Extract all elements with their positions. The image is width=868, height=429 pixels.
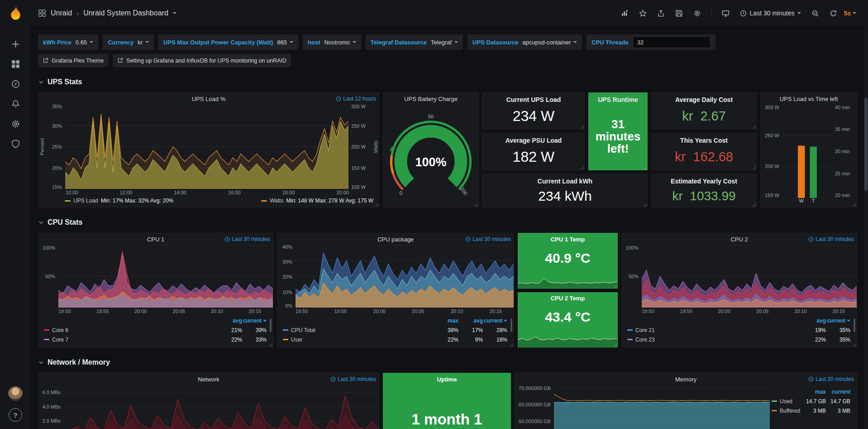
ups-load-vs-time-chart[interactable]: [782, 105, 832, 198]
legend-scrollbar[interactable]: [270, 318, 272, 332]
panel-time-range-link[interactable]: Last 30 minutes: [330, 376, 376, 382]
series-name[interactable]: Used: [780, 398, 792, 405]
breadcrumb-caret-icon[interactable]: [173, 12, 176, 16]
legend-value: 3 MB: [801, 408, 826, 414]
legend-scrollbar[interactable]: [854, 318, 855, 332]
legend-col-current[interactable]: current: [826, 389, 850, 395]
legend-col-current[interactable]: current: [242, 318, 267, 324]
y-tick: 100 W: [351, 184, 366, 190]
panel-title[interactable]: Network: [198, 376, 219, 383]
cpu2-chart[interactable]: [642, 245, 857, 308]
time-range-label: Last 30 minutes: [750, 10, 795, 17]
legend-col-max[interactable]: max: [801, 389, 826, 395]
stat-title[interactable]: UPS Runtime: [589, 93, 647, 103]
panel-title[interactable]: UPS Battery Charge: [404, 96, 458, 102]
section-network-memory[interactable]: Network / Memory: [38, 357, 857, 367]
section-ups-stats[interactable]: UPS Stats: [38, 77, 857, 87]
legend-scrollbar[interactable]: [510, 318, 512, 332]
stat-title[interactable]: This Years Cost: [652, 134, 756, 144]
x-tick: 19:50: [58, 308, 71, 314]
dashboard-settings-gear-icon[interactable]: [690, 6, 705, 20]
cycle-view-monitor-icon[interactable]: [718, 6, 734, 20]
explore-compass-icon[interactable]: [5, 74, 26, 94]
panel-time-range-link[interactable]: Last 30 minutes: [808, 376, 854, 382]
cpu-threads-input[interactable]: 32: [633, 36, 711, 48]
legend-col-avg[interactable]: avg: [801, 318, 826, 324]
user-avatar[interactable]: [8, 386, 23, 401]
stat-title[interactable]: Current Load kWh: [483, 174, 647, 185]
stat-title[interactable]: Estimated Yearly Cost: [652, 174, 756, 185]
share-icon[interactable]: [653, 6, 669, 20]
alerting-bell-icon[interactable]: [5, 94, 26, 114]
link-grafana-plex-theme[interactable]: Grafana Plex Theme: [38, 54, 108, 67]
breadcrumb-folder[interactable]: Unraid: [51, 9, 72, 17]
legend-col-current[interactable]: current: [826, 318, 850, 324]
panel-title[interactable]: Memory: [675, 376, 696, 383]
series-name[interactable]: Core 6: [52, 327, 68, 333]
ups-load-chart[interactable]: [65, 105, 348, 189]
memory-chart[interactable]: [554, 385, 770, 429]
series-name[interactable]: User: [291, 337, 302, 343]
create-plus-icon[interactable]: [5, 34, 26, 54]
legend-col-avg[interactable]: avg: [458, 318, 483, 324]
stat-title[interactable]: Average PSU Load: [483, 134, 584, 144]
network-chart[interactable]: [64, 385, 379, 429]
series-name[interactable]: Core 7: [52, 337, 68, 343]
server-admin-shield-icon[interactable]: [5, 134, 26, 154]
variable-kwh-price[interactable]: kWh Price 0.65: [38, 34, 98, 50]
series-name[interactable]: CPU Total: [291, 327, 315, 333]
panel-title[interactable]: CPU 2: [730, 236, 748, 243]
series-name[interactable]: UPS Load: [73, 198, 98, 204]
variable-ups-datasource[interactable]: UPS Datasource apcupsd-container: [467, 34, 582, 50]
section-cpu-stats[interactable]: CPU Stats: [38, 217, 857, 227]
y-tick: 25 min: [835, 171, 850, 176]
series-name[interactable]: Watts: [270, 198, 283, 204]
variable-telegraf-datasource[interactable]: Telegraf Datasource Telegraf: [366, 34, 463, 50]
variable-value: 0.65: [76, 39, 93, 46]
zoom-out-icon[interactable]: [807, 6, 823, 20]
legend-col-max[interactable]: max: [434, 318, 458, 324]
series-name[interactable]: Core 23: [635, 337, 655, 343]
panel-title[interactable]: CPU 1: [147, 236, 164, 243]
stat-title[interactable]: Current UPS Load: [483, 93, 584, 103]
variable-ups-max-output[interactable]: UPS Max Output Power Capacity (Watt) 865: [158, 34, 298, 50]
dashboards-icon[interactable]: [5, 54, 26, 74]
legend-value: 33%: [242, 337, 267, 343]
time-range-picker[interactable]: Last 30 minutes: [736, 6, 805, 20]
configuration-gear-icon[interactable]: [5, 114, 26, 134]
panel-title[interactable]: CPU 1 Temp: [551, 236, 585, 243]
link-ups-monitoring-guide[interactable]: Setting up Grafana and InfluxDB for UPS …: [113, 54, 291, 67]
page-scrollbar-thumb[interactable]: [864, 98, 868, 191]
stat-title[interactable]: Average Daily Cost: [652, 93, 756, 103]
panel-time-range-link[interactable]: Last 30 minutes: [224, 236, 270, 242]
panel-title[interactable]: CPU package: [377, 236, 414, 243]
save-icon[interactable]: [672, 6, 687, 20]
cpu1-chart[interactable]: [58, 245, 273, 308]
cpu-package-chart[interactable]: [296, 245, 514, 308]
series-name[interactable]: Core 21: [635, 327, 655, 333]
panel-time-range-link[interactable]: Last 30 minutes: [808, 236, 854, 242]
star-icon[interactable]: [635, 6, 651, 20]
grafana-logo-icon[interactable]: [6, 4, 25, 23]
y-tick: 150 W: [765, 193, 779, 198]
panel-time-range-link[interactable]: Last 30 minutes: [465, 236, 511, 242]
panel-ups-runtime: UPS Runtime 31 minutes left!: [588, 92, 648, 170]
refresh-icon[interactable]: [825, 6, 841, 20]
x-tick: 20:15: [248, 308, 261, 314]
series-name[interactable]: Buffered: [780, 408, 800, 414]
panel-title[interactable]: CPU 2 Temp: [551, 295, 585, 302]
legend-col-current[interactable]: current: [483, 318, 507, 324]
refresh-interval-picker[interactable]: 5s: [844, 6, 856, 20]
help-icon[interactable]: ?: [9, 408, 22, 422]
legend-row: CPU Total 38% 17% 28%: [283, 325, 507, 335]
panel-time-range-link[interactable]: Last 12 hours: [336, 96, 376, 102]
variable-host[interactable]: host Nostromo: [303, 34, 361, 50]
variable-currency[interactable]: Currency kr: [103, 34, 154, 50]
panel-title[interactable]: UPS Load %: [192, 96, 225, 102]
breadcrumb-dashboard-title[interactable]: Unraid System Dashboard: [83, 9, 168, 17]
legend-col-avg[interactable]: avg: [218, 318, 242, 324]
add-panel-icon[interactable]: [617, 6, 633, 20]
legend-value: 22%: [434, 337, 458, 343]
panel-title[interactable]: UPS Load vs Time left: [780, 96, 838, 102]
panel-title[interactable]: Uptime: [437, 376, 457, 383]
